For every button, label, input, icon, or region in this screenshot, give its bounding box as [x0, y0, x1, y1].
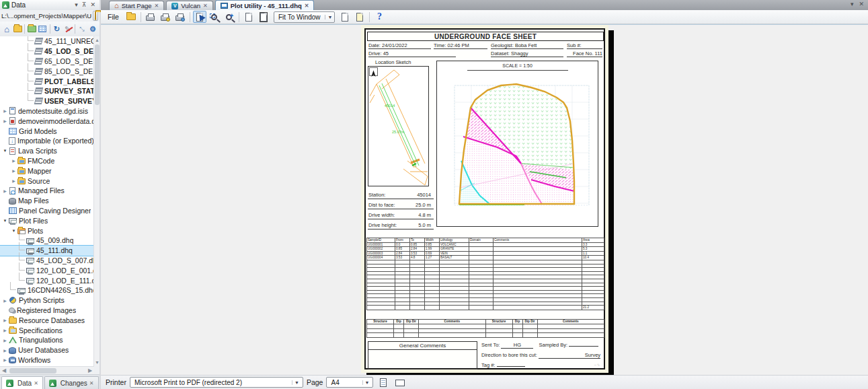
tab-plot-utility[interactable]: Plot Utility - 45_111.dhq ✕	[215, 0, 315, 10]
no-edit-button[interactable]: ✎	[63, 24, 73, 34]
tree-item-map-files[interactable]: Map Files	[0, 196, 94, 206]
collapse-arrow-icon[interactable]: ▼	[1, 219, 9, 223]
tab-vulcan[interactable]: V Vulcan ✕	[166, 1, 212, 10]
expand-arrow-icon[interactable]: ▶	[1, 118, 9, 123]
pan-tool-button[interactable]	[193, 11, 206, 23]
plot-viewport[interactable]: UNDERGROUND FACE SHEET Date: 24/01/2022 …	[101, 24, 868, 375]
tab-changes[interactable]: Changes ✕	[44, 376, 99, 389]
tree-item-45-111-dhq[interactable]: 45_111.dhq	[0, 246, 94, 256]
expand-arrow-icon[interactable]: ▶	[10, 158, 17, 163]
tree-item-demoveinmodellerdata-d[interactable]: ▶demoveinmodellerdata.d	[0, 116, 94, 126]
expand-arrow-icon[interactable]: ▶	[1, 338, 9, 343]
next-page-button[interactable]	[257, 11, 270, 23]
landscape-button[interactable]	[393, 376, 407, 388]
cell: 5.3	[582, 247, 604, 252]
tree-item-label: Plots	[28, 227, 43, 235]
collapse-all-button[interactable]: ⤡	[77, 24, 87, 34]
close-icon[interactable]: ✕	[305, 3, 309, 9]
help-button[interactable]: ?	[372, 11, 386, 23]
home-button[interactable]: ⌂	[2, 24, 11, 34]
close-icon[interactable]: ✕	[155, 3, 159, 9]
tree-item-demotestsuite-dgd-isis[interactable]: ▶demotestsuite.dgd.isis	[0, 106, 94, 116]
tree-item-plot-files[interactable]: ▼Plot Files	[0, 215, 94, 225]
tree-item-45-111-unregistered[interactable]: 45_111_UNREGISTERED	[0, 36, 94, 46]
close-icon[interactable]: ✕	[88, 1, 97, 9]
tree-item-managed-files[interactable]: ▶Managed Files	[0, 186, 94, 196]
printer-dropdown[interactable]: Microsoft Print to PDF (redirected 2) ▼	[130, 377, 303, 388]
cell	[522, 333, 537, 337]
panel-menu-icon[interactable]: ▾	[73, 1, 80, 9]
tab-data[interactable]: Data ✕	[1, 376, 43, 389]
close-icon[interactable]: ✕	[203, 3, 208, 9]
tree-item-specifications[interactable]: ▶Specifications	[0, 325, 94, 335]
file-menu[interactable]: File	[104, 12, 123, 22]
tree-item-45-lod-s-design[interactable]: 45_LOD_S_DESIGN	[0, 46, 94, 57]
tree-item-triangulations[interactable]: ▶Triangulations	[0, 335, 94, 345]
tab-start-page[interactable]: ⌂ Start Page ✕	[109, 1, 164, 10]
tree-connector	[28, 36, 34, 41]
collapse-arrow-icon[interactable]: ▼	[10, 229, 17, 233]
tree-item-registered-images[interactable]: Registered Images	[0, 306, 94, 316]
portrait-button[interactable]	[377, 376, 390, 388]
tree-item-label: 45_009.dhq	[36, 236, 73, 244]
tree-item-user-databases[interactable]: ▶User Databases	[0, 345, 94, 355]
tree-item-45-009-dhq[interactable]: 45_009.dhq	[0, 236, 94, 246]
page-size-dropdown[interactable]: A4 ▼	[326, 377, 373, 388]
expand-arrow-icon[interactable]: ▶	[1, 298, 9, 303]
expand-arrow-icon[interactable]: ▶	[1, 318, 9, 322]
expand-arrow-icon[interactable]: ▶	[1, 188, 9, 193]
close-icon[interactable]: ✕	[34, 380, 38, 386]
tree-item-mapper[interactable]: ▶Mapper	[0, 166, 94, 176]
open-project-button[interactable]	[13, 24, 22, 34]
expand-arrow-icon[interactable]: ▶	[1, 357, 9, 362]
tree-item-fmcode[interactable]: ▶FMCode	[0, 156, 94, 166]
zoom-dynamic-button[interactable]: ✦	[223, 11, 236, 23]
collapse-arrow-icon[interactable]: ▼	[1, 149, 9, 153]
tree-item-lava-scripts[interactable]: ▼Lava Scripts	[0, 146, 94, 156]
expand-arrow-icon[interactable]: ▶	[10, 178, 17, 183]
open-plot-button[interactable]	[124, 11, 138, 23]
zoom-mode-dropdown[interactable]: Fit To Window ▼	[274, 11, 336, 23]
tree-item-label: Plot Files	[19, 217, 48, 225]
copy-page-button[interactable]	[353, 11, 366, 23]
settings-gear-icon[interactable]: ⚙	[88, 24, 97, 34]
tree-item-plots[interactable]: ▼Plots	[0, 225, 94, 236]
tree-item-plot-labels[interactable]: PLOT_LABELS	[0, 76, 94, 86]
close-icon[interactable]: ✕	[89, 380, 94, 386]
expand-arrow-icon[interactable]: ▶	[10, 168, 17, 173]
tree-horizontal-scrollbar[interactable]: ◀▶	[0, 366, 94, 374]
print-to-file-button[interactable]	[159, 11, 172, 23]
tree-item-workflows[interactable]: ▶Workflows	[0, 355, 94, 365]
browse-folder-button[interactable]	[93, 11, 98, 21]
tree-connector	[28, 63, 34, 71]
tree-item-importable-or-exported-[interactable]: Importable (or Exported)	[0, 136, 94, 146]
expand-arrow-icon[interactable]: ▶	[1, 348, 9, 353]
expand-arrow-icon[interactable]: ▶	[1, 328, 9, 332]
tree-item-user-survey-stat[interactable]: USER_SURVEY_STAT	[0, 96, 94, 106]
zoom-window-button[interactable]	[208, 11, 221, 23]
print-button[interactable]	[144, 11, 157, 23]
print-preview-button[interactable]	[173, 11, 187, 23]
tree-item-65-lod-s-design[interactable]: 65_LOD_S_DESIGN	[0, 57, 94, 67]
tree-item-16cdn4426s-15-dhq[interactable]: 16CDN4426S_15.dhq	[0, 285, 94, 295]
new-page-button[interactable]	[338, 11, 352, 23]
tree-item-45-lod-s-007-dhq[interactable]: 45_LOD_S_007.dhq	[0, 256, 94, 266]
grid-view-button[interactable]	[38, 24, 47, 34]
previous-page-button[interactable]	[242, 11, 255, 23]
add-folder-button[interactable]	[27, 24, 36, 34]
tree-item-resource-databases[interactable]: ▶Resource Databases	[0, 315, 94, 325]
tree-item-panel-caving-designer[interactable]: Panel Caving Designer	[0, 206, 94, 216]
refresh-button[interactable]: ↻	[52, 24, 61, 34]
expand-arrow-icon[interactable]: ▶	[1, 108, 9, 113]
tree-item-survey-stations[interactable]: SURVEY_STATIONS	[0, 86, 94, 96]
tree-item-120-lod-e-001-dhq[interactable]: 120_LOD_E_001.dhq	[0, 265, 94, 275]
tree-item-grid-models[interactable]: Grid Models	[0, 126, 94, 136]
tree-item-python-scripts[interactable]: ▶Python Scripts	[0, 295, 94, 306]
tree-item-source[interactable]: ▶Source	[0, 176, 94, 186]
tree-item-85-lod-s-design[interactable]: 85_LOD_S_DESIGN	[0, 66, 94, 76]
tab-overflow-icon[interactable]: ▾	[851, 1, 854, 7]
tree-vertical-scrollbar[interactable]: ▲▼	[93, 36, 100, 366]
plot-toolbar: File ✦ Fit To Window ▼ ?	[101, 10, 868, 24]
close-document-icon[interactable]: ✕	[859, 1, 864, 7]
pin-icon[interactable]: ⊼	[80, 1, 89, 9]
